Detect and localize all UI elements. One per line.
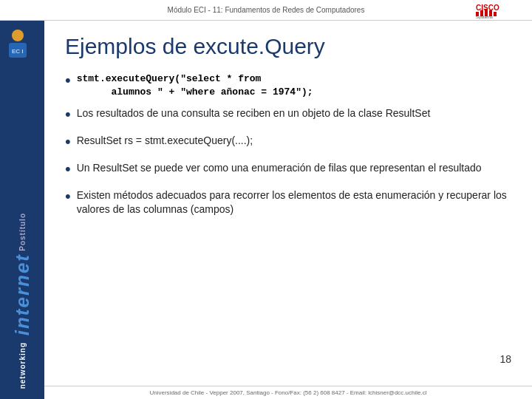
bullet-text-3: ResultSet rs = stmt.executeQuery(....); <box>77 134 253 149</box>
top-bar-title: Módulo ECI - 11: Fundamentos de Redes de… <box>168 6 365 14</box>
bullet-list: • stmt.executeQuery("select * from alumn… <box>65 72 511 217</box>
bullet-icon: • <box>65 158 71 181</box>
main-content: Ejemplos de excute.Query • stmt.executeQ… <box>44 21 532 383</box>
list-item: • stmt.executeQuery("select * from alumn… <box>65 72 511 99</box>
list-item: • Los resultados de una consulta se reci… <box>65 106 511 126</box>
list-item: • Un ResultSet se puede ver como una enu… <box>65 161 511 181</box>
svg-text:Systems: Systems <box>476 15 493 19</box>
bullet-icon: • <box>65 185 71 208</box>
list-item: • Existen métodos adecuados para recorre… <box>65 188 511 217</box>
svg-rect-5 <box>494 12 497 16</box>
bullet-text-5: Existen métodos adecuados para recorrer … <box>77 188 511 217</box>
bullet-text-2: Los resultados de una consulta se recibe… <box>77 106 431 121</box>
svg-point-7 <box>12 30 24 41</box>
top-bar: Módulo ECI - 11: Fundamentos de Redes de… <box>0 0 532 21</box>
footer: Universidad de Chile - Vepper 2007, Sant… <box>44 386 532 399</box>
left-sidebar: EC I Postítulo internet networking <box>0 21 44 399</box>
bullet-icon: • <box>65 103 71 126</box>
page-number: 18 <box>499 353 511 365</box>
sidebar-internet: internet <box>11 253 34 335</box>
sidebar-networking: networking <box>18 342 27 389</box>
bullet-text-4: Un ResultSet se puede ver como una enume… <box>77 161 482 176</box>
sidebar-logo: EC I <box>3 25 40 62</box>
sidebar-postítulo: Postítulo <box>18 213 27 251</box>
bullet-icon: • <box>65 131 71 154</box>
cisco-logo: CISCO Systems <box>474 1 526 19</box>
svg-text:EC I: EC I <box>12 48 24 55</box>
bullet-icon: • <box>65 69 71 92</box>
list-item: • ResultSet rs = stmt.executeQuery(....)… <box>65 134 511 154</box>
code-block-1: stmt.executeQuery("select * from alumnos… <box>77 72 313 99</box>
slide-title: Ejemplos de excute.Query <box>65 34 511 59</box>
